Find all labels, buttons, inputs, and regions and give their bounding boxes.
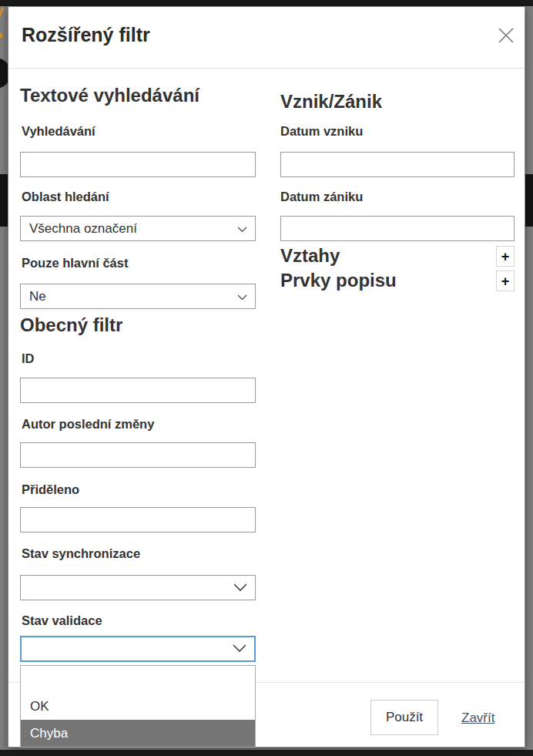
section-heading-relations: Vztahy [280, 244, 340, 268]
id-label: ID [22, 350, 35, 367]
validation-dropdown-list[interactable]: OK Chyba [20, 665, 256, 748]
main-part-label: Pouze hlavní část [22, 254, 128, 271]
validation-status-label: Stav validace [22, 612, 102, 629]
section-heading-description-elements: Prvky popisu [280, 268, 397, 293]
add-description-element-button[interactable]: + [496, 270, 515, 291]
sync-status-select[interactable] [20, 575, 256, 600]
section-heading-general-filter: Obecný filtr [20, 313, 122, 338]
header-divider [8, 68, 525, 69]
chevron-down-icon [237, 289, 247, 304]
search-label: Vyhledávání [22, 123, 96, 139]
date-created-label: Datum vzniku [280, 123, 363, 139]
search-input[interactable] [20, 152, 256, 177]
sync-status-label: Stav synchronizace [22, 545, 140, 562]
backdrop-accent-mark [0, 7, 4, 17]
backdrop-top-bar [0, 0, 533, 6]
chevron-down-icon [233, 641, 246, 657]
main-part-select[interactable]: Ne [20, 284, 256, 309]
scope-select-value: Všechna označení [29, 221, 137, 237]
validation-option-chyba[interactable]: Chyba [21, 720, 255, 747]
section-heading-dates: Vznik/Zánik [280, 89, 382, 114]
date-ended-input[interactable] [280, 216, 515, 241]
validation-status-select[interactable] [20, 636, 256, 662]
chevron-down-icon [237, 221, 247, 237]
close-link[interactable]: Zavřít [461, 709, 494, 727]
backdrop-left-block [0, 174, 8, 227]
plus-icon: + [501, 274, 510, 288]
apply-button[interactable]: Použít [370, 700, 438, 735]
advanced-filter-dialog: Rozšířený filtr Textové vyhledávání Vyhl… [8, 6, 525, 748]
screen: Rozšířený filtr Textové vyhledávání Vyhl… [0, 0, 533, 756]
id-input[interactable] [20, 378, 256, 403]
section-heading-text-search: Textové vyhledávání [20, 83, 199, 108]
author-input[interactable] [20, 442, 256, 468]
backdrop-bottom-bar [0, 750, 533, 756]
plus-icon: + [501, 250, 510, 264]
close-button[interactable] [494, 24, 518, 49]
date-ended-label: Datum zániku [280, 188, 363, 205]
assigned-label: Přiděleno [22, 481, 79, 498]
chevron-down-icon [233, 580, 247, 596]
backdrop-right-block [525, 174, 533, 227]
main-part-select-value: Ne [29, 289, 46, 304]
scope-select[interactable]: Všechna označení [20, 216, 256, 241]
x-icon [496, 25, 516, 48]
assigned-input[interactable] [20, 507, 256, 533]
author-label: Autor poslední změny [22, 415, 154, 432]
scope-label: Oblast hledání [22, 188, 109, 205]
validation-option-ok[interactable]: OK [21, 693, 255, 720]
add-relation-button[interactable]: + [496, 246, 515, 267]
validation-option-empty[interactable] [21, 666, 255, 693]
date-created-input[interactable] [280, 152, 515, 177]
dialog-title: Rozšířený filtr [22, 22, 150, 48]
backdrop-accent-dot [0, 33, 2, 38]
